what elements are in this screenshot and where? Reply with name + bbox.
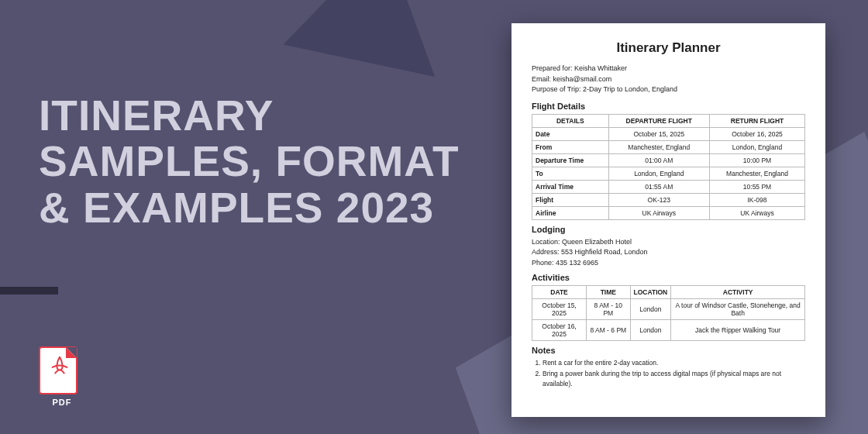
pdf-label: PDF bbox=[39, 398, 85, 407]
background-triangle-top bbox=[284, 0, 461, 77]
flight-col-2: RETURN FLIGHT bbox=[710, 114, 805, 127]
table-row: October 16, 20258 AM - 6 PMLondonJack th… bbox=[532, 320, 805, 341]
table-row: FromManchester, EnglandLondon, England bbox=[532, 140, 805, 153]
page-headline: ITINERARY SAMPLES, FORMAT & EXAMPLES 202… bbox=[39, 93, 473, 231]
flight-details-table: DETAILS DEPARTURE FLIGHT RETURN FLIGHT D… bbox=[532, 114, 805, 220]
notes-heading: Notes bbox=[532, 346, 805, 355]
table-row: AirlineUK AirwaysUK Airways bbox=[532, 206, 805, 219]
act-col-2: LOCATION bbox=[630, 286, 671, 299]
doc-title: Itinerary Planner bbox=[532, 40, 805, 56]
lodging-heading: Lodging bbox=[532, 225, 805, 234]
lodging-details: Location: Queen Elizabeth Hotel Address:… bbox=[532, 237, 805, 269]
meta-email: Email: keisha@smail.com bbox=[532, 74, 805, 85]
pdf-adobe-icon bbox=[48, 354, 71, 377]
act-col-1: TIME bbox=[587, 286, 630, 299]
list-item: Bring a power bank during the trip to ac… bbox=[542, 369, 805, 388]
meta-purpose: Purpose of Trip: 2-Day Trip to London, E… bbox=[532, 84, 805, 95]
table-row: October 15, 20258 AM - 10 PMLondonA tour… bbox=[532, 299, 805, 320]
table-row: Departure Time01:00 AM10:00 PM bbox=[532, 153, 805, 167]
act-col-3: ACTIVITY bbox=[671, 286, 805, 299]
accent-bar bbox=[0, 287, 58, 294]
flight-col-0: DETAILS bbox=[532, 114, 609, 127]
lodging-phone: Phone: 435 132 6965 bbox=[532, 258, 805, 269]
pdf-file-icon bbox=[39, 346, 78, 394]
table-row: DateOctober 15, 2025October 16, 2025 bbox=[532, 127, 805, 140]
list-item: Rent a car for the entire 2-day vacation… bbox=[542, 358, 805, 367]
doc-meta: Prepared for: Keisha Whittaker Email: ke… bbox=[532, 64, 805, 95]
lodging-address: Address: 553 Highfield Road, London bbox=[532, 247, 805, 258]
table-row: ToLondon, EnglandManchester, England bbox=[532, 167, 805, 180]
act-col-0: DATE bbox=[532, 286, 587, 299]
table-row: Arrival Time01:55 AM10:55 PM bbox=[532, 180, 805, 193]
document-preview: Itinerary Planner Prepared for: Keisha W… bbox=[512, 23, 825, 417]
lodging-location: Location: Queen Elizabeth Hotel bbox=[532, 237, 805, 248]
table-row: FlightOK-123IK-098 bbox=[532, 193, 805, 206]
notes-list: Rent a car for the entire 2-day vacation… bbox=[532, 358, 805, 388]
flight-heading: Flight Details bbox=[532, 102, 805, 111]
pdf-badge: PDF bbox=[39, 346, 85, 407]
meta-prepared: Prepared for: Keisha Whittaker bbox=[532, 64, 805, 74]
activities-table: DATE TIME LOCATION ACTIVITY October 15, … bbox=[532, 285, 805, 341]
flight-col-1: DEPARTURE FLIGHT bbox=[608, 114, 710, 127]
activities-heading: Activities bbox=[532, 273, 805, 282]
